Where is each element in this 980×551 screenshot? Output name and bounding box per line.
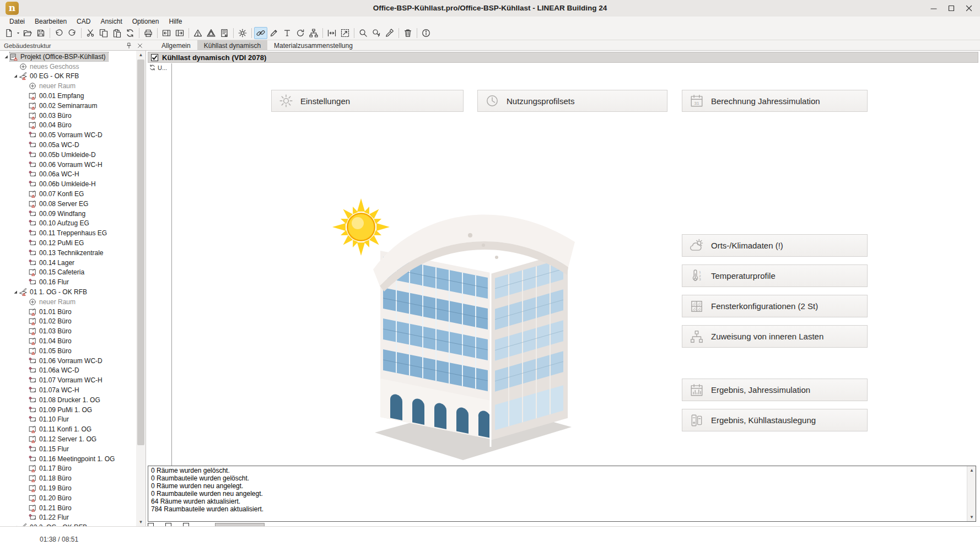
- tree-item-00-03-büro[interactable]: 00.03 Büro: [0, 111, 137, 121]
- tree-item-00-06b-umkleide-h[interactable]: 00.06b Umkleide-H: [0, 179, 137, 189]
- toolbar-warning-double-button[interactable]: [204, 27, 218, 39]
- tree-item-00-10-aufzug-eg[interactable]: 00.10 Aufzug EG: [0, 219, 137, 229]
- tree-item-01-07-vorraum-wc-h[interactable]: 01.07 Vorraum WC-H: [0, 375, 137, 385]
- menu-optionen[interactable]: Optionen: [127, 18, 164, 25]
- menu-ansicht[interactable]: Ansicht: [95, 18, 127, 25]
- toolbar-cut-button[interactable]: [84, 27, 97, 39]
- tree-item-00-12-pumi-eg[interactable]: 00.12 PuMi EG: [0, 238, 137, 248]
- toolbar-link-button[interactable]: [254, 27, 267, 39]
- close-icon[interactable]: [137, 42, 143, 49]
- toolbar-text-button[interactable]: [281, 27, 294, 39]
- tree-item-01-01-büro[interactable]: 01.01 Büro: [0, 307, 137, 317]
- tree-item-01-11-konfi-1-og[interactable]: 01.11 Konfi 1. OG: [0, 424, 137, 434]
- menu-hilfe[interactable]: Hilfe: [164, 18, 187, 25]
- toolbar-panel-left-button[interactable]: [160, 27, 173, 39]
- tree-item-01-06a-wc-d[interactable]: 01.06a WC-D: [0, 366, 137, 376]
- toolbar-calc-warning-button[interactable]: [218, 27, 231, 39]
- expand-arrow-icon[interactable]: [2, 53, 10, 61]
- tree-item-01-10-flur[interactable]: 01.10 Flur: [0, 414, 137, 424]
- tree-item-00-11-treppenhaus-eg[interactable]: 00.11 Treppenhaus EG: [0, 228, 137, 238]
- tree-item-01-07a-wc-h[interactable]: 01.07a WC-H: [0, 385, 137, 395]
- tree-item-01-17-büro[interactable]: 01.17 Büro: [0, 463, 137, 473]
- scroll-up-icon[interactable]: ▲: [136, 51, 146, 59]
- tree-item-00-06a-wc-h[interactable]: 00.06a WC-H: [0, 170, 137, 180]
- new-document-dropdown[interactable]: [15, 27, 21, 39]
- message-log[interactable]: 0 Räume wurden gelöscht.0 Raumbauteile w…: [148, 466, 976, 522]
- nutzungsprofilsets-button[interactable]: Nutzungsprofilsets: [477, 90, 667, 112]
- toolbar-scale-box-button[interactable]: [338, 27, 352, 39]
- temperaturprofile-button[interactable]: 123Temperaturprofile: [682, 264, 868, 287]
- tree-item-neuer-raum[interactable]: neuer Raum: [0, 81, 137, 91]
- fensterkonfigurationen-2-st--button[interactable]: Fensterkonfigurationen (2 St): [682, 295, 868, 317]
- expand-arrow-icon[interactable]: [12, 72, 19, 80]
- tree-item-01-06-vorraum-wc-d[interactable]: 01.06 Vorraum WC-D: [0, 356, 137, 366]
- toolbar-refresh-button[interactable]: [294, 27, 307, 39]
- minimize-icon[interactable]: [925, 0, 943, 17]
- tree-item-00-eg-ok-rfb[interactable]: 00 EG - OK RFB: [0, 72, 137, 82]
- tree-item-00-06-vorraum-wc-h[interactable]: 00.06 Vorraum WC-H: [0, 160, 137, 170]
- tree-item-neues-geschoss[interactable]: neues Geschoss: [0, 62, 137, 72]
- zuweisung-von-inneren-lasten-button[interactable]: Zuweisung von inneren Lasten: [682, 325, 868, 348]
- tree-item-00-07-konfi-eg[interactable]: 00.07 Konfi EG: [0, 189, 137, 199]
- tree-item-00-05-vorraum-wc-d[interactable]: 00.05 Vorraum WC-D: [0, 130, 137, 140]
- tree-item-01-18-büro[interactable]: 01.18 Büro: [0, 473, 137, 483]
- splitter[interactable]: [171, 63, 172, 466]
- toolbar-undo-button[interactable]: [52, 27, 66, 39]
- tree-item-01-16-meetingpoint-1-og[interactable]: 01.16 Meetingpoint 1. OG: [0, 454, 137, 464]
- section-checkbox[interactable]: [151, 54, 158, 61]
- toolbar-paste-button[interactable]: [110, 27, 123, 39]
- tree-item-00-01-empfang[interactable]: 00.01 Empfang: [0, 91, 137, 101]
- toolbar-trash-button[interactable]: [401, 27, 414, 39]
- tree-item-00-14-lager[interactable]: 00.14 Lager: [0, 258, 137, 268]
- maximize-icon[interactable]: [943, 0, 960, 17]
- toolbar-measure-button[interactable]: [325, 27, 338, 39]
- menu-datei[interactable]: Datei: [4, 18, 30, 25]
- update-strip[interactable]: U...: [149, 64, 167, 71]
- tree-item-00-08-server-eg[interactable]: 00.08 Server EG: [0, 199, 137, 209]
- tree-item-01-09-pumi-1-og[interactable]: 01.09 PuMi 1. OG: [0, 405, 137, 415]
- tree-item-02-2-og-ok-rfb[interactable]: 02 2. OG - OK RFB: [0, 522, 137, 526]
- toolbar-settings-gear-button[interactable]: [236, 27, 249, 39]
- ergebnis-kühllastauslegung-button[interactable]: Ergebnis, Kühllastauslegung: [682, 409, 868, 431]
- einstellungen-button[interactable]: Einstellungen: [271, 90, 464, 112]
- tree-item-01-04-büro[interactable]: 01.04 Büro: [0, 336, 137, 346]
- tab-kühllast-dynamisch[interactable]: Kühllast dynamisch: [197, 40, 267, 51]
- tree-item-00-09-windfang[interactable]: 00.09 Windfang: [0, 209, 137, 219]
- menu-bearbeiten[interactable]: Bearbeiten: [30, 18, 72, 25]
- tree-item-01-19-büro[interactable]: 01.19 Büro: [0, 483, 137, 493]
- toolbar-open-folder-button[interactable]: [21, 27, 34, 39]
- menu-cad[interactable]: CAD: [72, 18, 95, 25]
- toolbar-hierarchy-button[interactable]: [307, 27, 320, 39]
- scroll-down-icon[interactable]: ▼: [136, 518, 146, 526]
- tab-materialzusammenstellung[interactable]: Materialzusammenstellung: [267, 40, 359, 51]
- toolbar-print-button[interactable]: [142, 27, 155, 39]
- berechnung-jahressimulation-button[interactable]: 31Berechnung Jahressimulation: [682, 90, 868, 112]
- pin-icon[interactable]: [126, 42, 132, 49]
- toolbar-zoom-run-button[interactable]: [370, 27, 383, 39]
- tree-item-01-05-büro[interactable]: 01.05 Büro: [0, 346, 137, 356]
- tree-item-01-21-büro[interactable]: 01.21 Büro: [0, 503, 137, 513]
- scroll-down-icon[interactable]: ▼: [967, 513, 976, 521]
- toolbar-copy-button[interactable]: [97, 27, 110, 39]
- toolbar-pencil-button[interactable]: [267, 27, 281, 39]
- toolbar-new-document-button[interactable]: [2, 27, 15, 39]
- tree-item-00-02-seminarraum[interactable]: 00.02 Seminarraum: [0, 101, 137, 111]
- tree-item-01-20-büro[interactable]: 01.20 Büro: [0, 493, 137, 503]
- tree-item-01-15-flur[interactable]: 01.15 Flur: [0, 444, 137, 454]
- tree-item-01-1-og-ok-rfb[interactable]: 01 1. OG - OK RFB: [0, 287, 137, 297]
- scroll-up-icon[interactable]: ▲: [967, 466, 976, 474]
- toolbar-sync-rename-button[interactable]: [123, 27, 137, 39]
- expand-arrow-icon[interactable]: [12, 288, 19, 296]
- tree-item-00-05a-wc-d[interactable]: 00.05a WC-D: [0, 140, 137, 150]
- tree-item-01-02-büro[interactable]: 01.02 Büro: [0, 317, 137, 327]
- tree-item-00-15-cafeteria[interactable]: 00.15 Cafeteria: [0, 268, 137, 278]
- tree-item-00-16-flur[interactable]: 00.16 Flur: [0, 277, 137, 287]
- scrollbar-thumb[interactable]: [137, 60, 144, 445]
- toolbar-zoom-button[interactable]: [357, 27, 370, 39]
- toolbar-pipette-button[interactable]: [383, 27, 396, 39]
- tree-item-00-04-büro[interactable]: 00.04 Büro: [0, 121, 137, 131]
- toolbar-redo-button[interactable]: [66, 27, 79, 39]
- tree-item-00-13-technikzentrale[interactable]: 00.13 Technikzentrale: [0, 248, 137, 258]
- tree-item-projekt-office-bsp-kühllast-[interactable]: Projekt (Office-BSP-Kühllast): [0, 52, 137, 62]
- tree-item-01-08-drucker-1-og[interactable]: 01.08 Drucker 1. OG: [0, 395, 137, 405]
